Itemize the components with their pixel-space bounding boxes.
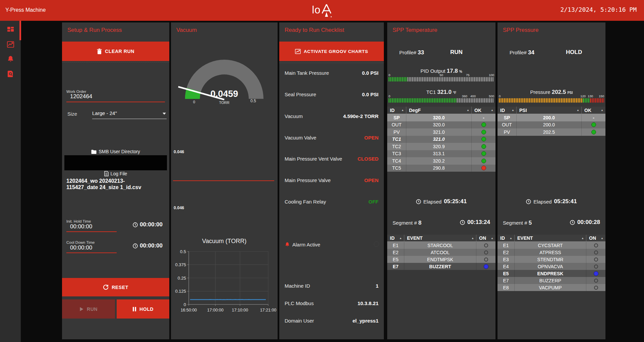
events-header-on[interactable]: ON▲ (586, 235, 605, 241)
cell-value: 313.1 (406, 150, 471, 158)
checklist-value: CLOSED (357, 156, 378, 162)
cell-value: 320.0 (406, 121, 471, 129)
sort-arrow-icon: ▲ (399, 237, 402, 240)
checklist-row: Main Pressure Vent Valve CLOSED (279, 156, 384, 162)
work-order-input[interactable] (70, 93, 161, 100)
cell-event-name: BUZZERT (404, 263, 476, 270)
led-bar-fill (583, 98, 590, 103)
panel-title: SPP Pressure (503, 27, 538, 34)
vacuum-gauge: 0.0459 TORR 0 0.5 (171, 51, 278, 136)
led-bar-fill (499, 98, 583, 103)
events-header-row: ID▲ EVENT▲ ON▲ (497, 235, 605, 242)
bar-tick: 0 (499, 94, 501, 98)
table-header-psi[interactable]: PSI▲ (516, 107, 581, 114)
bell-icon (7, 55, 14, 63)
activate-groov-charts-button[interactable]: ACTIVATE GROOV CHARTS (279, 42, 384, 61)
pressure-events-table: ID▲ EVENT▲ ON▲ E1 CYCSTART E2 ATPRESS (497, 235, 605, 291)
events-header-id[interactable]: ID▲ (387, 235, 404, 241)
clock-icon (133, 222, 138, 227)
work-order-underline (66, 102, 165, 102)
iot-logo: lo (312, 2, 332, 18)
event-led (594, 265, 598, 269)
event-row: E4 OPNVACVA (497, 263, 605, 270)
logo-text: lo (312, 2, 320, 18)
table-header-degf[interactable]: DegF▲ (406, 107, 471, 114)
checklist-label: Cooling Fan Relay (285, 199, 326, 205)
event-led (594, 271, 598, 276)
sort-arrow-icon: ▲ (601, 237, 603, 240)
document-search-icon (7, 70, 14, 78)
cell-event-name: STARCOOL (404, 242, 476, 249)
cool-down-underline (66, 252, 117, 253)
smb-directory-label: SMB User Directory (62, 149, 169, 154)
size-dropdown[interactable]: Large - 24" (92, 110, 167, 120)
smb-directory-field[interactable] (64, 155, 167, 170)
cool-down-label: Cool Down Time (66, 240, 95, 244)
clear-run-button[interactable]: CLEAR RUN (62, 42, 169, 61)
sidebar-item-dashboard[interactable] (0, 22, 21, 37)
panel-setup-run-process: Setup & Run Process CLEAR RUN Work Order… (62, 22, 169, 339)
cell-ok (471, 143, 495, 150)
clock-icon (526, 199, 531, 204)
sidebar-item-event-log[interactable] (0, 66, 21, 81)
header-clock: 2/13/2024, 5:20:16 PM (560, 6, 637, 13)
cell-event-name: OPNVACVA (514, 263, 586, 270)
cell-value: 200.0 (516, 121, 581, 129)
pause-icon (132, 307, 136, 311)
svg-text:17:10:00: 17:10:00 (232, 308, 248, 312)
pid-led-bar (389, 77, 494, 81)
bar-tick: 0 (389, 94, 390, 98)
events-header-on[interactable]: ON▲ (476, 235, 495, 241)
run-button[interactable]: RUN (62, 299, 115, 319)
table-row: OUT 200.0 (497, 121, 605, 129)
reset-button[interactable]: RESET (62, 278, 169, 296)
top-header-bar: Y-Press Machine lo 2/13/2024, 5:20:16 PM (0, 0, 644, 21)
table-header-id[interactable]: ID▲ (497, 107, 516, 114)
table-row: OUT 320.0 (387, 121, 495, 129)
clock-icon (133, 243, 138, 248)
led-bar-fill (389, 98, 456, 103)
info-label: PLC Modbus (285, 300, 314, 306)
cell-event-on (476, 249, 495, 256)
init-hold-input[interactable] (70, 223, 110, 230)
table-row: SP 320.0 - (387, 114, 495, 121)
event-row: E5 ENDPRESK (497, 270, 605, 277)
vacuum-divider-line (173, 180, 274, 181)
sort-arrow-icon: ▲ (467, 109, 469, 112)
sidebar-active-indicator (19, 21, 21, 40)
table-header-ok[interactable]: OK▲ (581, 107, 605, 114)
checklist-row: Cooling Fan Relay OFF (279, 199, 384, 205)
table-row: TC5 290.8 (387, 165, 495, 172)
events-header-event[interactable]: EVENT▲ (514, 235, 586, 241)
sort-arrow-icon: ▲ (512, 109, 514, 112)
events-header-event[interactable]: EVENT▲ (404, 235, 476, 241)
segment-number: Segment # 8 (393, 220, 421, 226)
trend-chart-icon (7, 41, 14, 48)
cell-value: 290.8 (406, 165, 471, 172)
table-header-ok[interactable]: OK▲ (471, 107, 495, 114)
cell-event-on (586, 284, 605, 291)
info-value: 1 (376, 283, 378, 289)
panel-title: SPP Temperature (393, 27, 437, 34)
cell-event-name: ATCOOL (404, 249, 476, 256)
dashboard-grid-icon (7, 26, 14, 34)
table-header-id[interactable]: ID▲ (387, 107, 406, 114)
hold-button[interactable]: HOLD (117, 299, 169, 319)
cell-value: 200.0 (516, 114, 581, 121)
cell-ok (581, 121, 605, 129)
sidebar-item-alarms[interactable] (0, 52, 21, 66)
svg-text:0: 0 (184, 302, 186, 307)
clock-icon (570, 220, 575, 225)
info-label: Domain User (285, 318, 314, 324)
bar-tick: 50 (440, 73, 443, 77)
cool-down-input[interactable] (70, 244, 110, 251)
cell-value: 321.0 (406, 136, 471, 143)
events-header-id[interactable]: ID▲ (497, 235, 514, 241)
play-icon (79, 307, 84, 311)
cell-event-id: E2 (387, 249, 404, 256)
info-label: Machine ID (285, 283, 310, 289)
vacuum-gauge-unit: TORR (171, 101, 278, 105)
sort-arrow-icon: ▲ (577, 109, 579, 112)
document-icon (104, 171, 109, 176)
sidebar-item-trends[interactable] (0, 37, 21, 52)
